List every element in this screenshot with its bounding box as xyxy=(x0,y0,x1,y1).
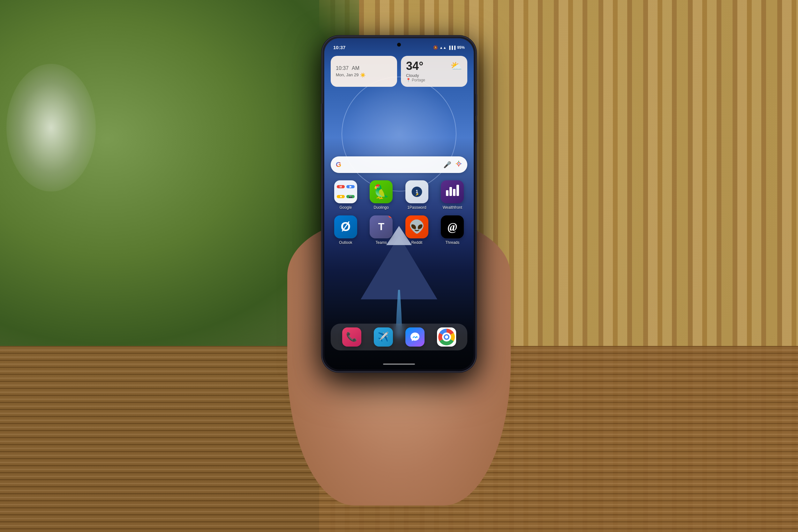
wealthfront-app-icon[interactable] xyxy=(441,180,464,203)
reddit-app-icon[interactable]: 👽 xyxy=(405,215,429,239)
duolingo-bird-icon: 🦜 xyxy=(373,185,390,198)
threads-at-icon: @ xyxy=(448,220,457,234)
google-lens-icon[interactable] xyxy=(455,160,462,169)
app-grid: M ▶ ★ 📷 Google xyxy=(331,180,467,245)
duolingo-app-label: Duolingo xyxy=(374,205,389,210)
outlook-app-label: Outlook xyxy=(339,240,352,245)
phone-screen: 10:37 🔕 ▲▲ ▐▐▐ 95% 10:37 AM Mon, xyxy=(324,38,474,369)
weather-location: 📍 Portage xyxy=(406,78,462,82)
app-item-threads[interactable]: @ Threads xyxy=(438,215,468,245)
search-right-icons: 🎤 xyxy=(443,160,462,169)
app-item-google[interactable]: M ▶ ★ 📷 Google xyxy=(331,180,361,210)
clock-widget-time: 10:37 AM xyxy=(336,60,392,72)
teams-t-icon: T xyxy=(378,221,384,233)
app-item-1password[interactable]: 1 🔑 1Password xyxy=(402,180,432,210)
clock-widget-date: Mon, Jan 29 ☀️ xyxy=(336,73,392,78)
teams-badge: 5 xyxy=(388,215,393,218)
app-item-reddit[interactable]: 👽 Reddit xyxy=(402,215,432,245)
status-icons: 🔕 ▲▲ ▐▐▐ 95% xyxy=(433,45,465,50)
weather-condition: Cloudy xyxy=(406,73,462,78)
messenger-icon xyxy=(409,331,421,343)
power-button[interactable] xyxy=(321,103,322,132)
phone-call-icon: 📞 xyxy=(346,331,357,342)
outlook-letter-icon: Ø xyxy=(341,220,350,234)
dock-messenger-app[interactable] xyxy=(405,327,424,347)
threads-app-icon[interactable]: @ xyxy=(441,215,464,239)
app-item-duolingo[interactable]: 🦜 Duolingo xyxy=(366,180,396,210)
dock-chrome-app[interactable] xyxy=(437,327,456,347)
battery-text: 95% xyxy=(457,45,465,50)
widgets-row: 10:37 AM Mon, Jan 29 ☀️ 34° ⛅ Cloudy xyxy=(331,56,467,87)
duolingo-app-icon[interactable]: 🦜 xyxy=(369,180,393,203)
wealthfront-bars xyxy=(444,186,461,198)
reddit-alien-icon: 👽 xyxy=(409,219,425,234)
1password-app-label: 1Password xyxy=(407,205,426,210)
mute-icon: 🔕 xyxy=(433,45,438,50)
wallpaper-circle xyxy=(342,77,456,191)
app-item-outlook[interactable]: Ø Outlook xyxy=(331,215,361,245)
svg-point-1 xyxy=(458,163,459,164)
location-pin-icon: 📍 xyxy=(406,78,411,82)
dock-phone-app[interactable]: 📞 xyxy=(342,327,361,347)
google-g-logo: G xyxy=(336,160,341,169)
home-indicator xyxy=(383,363,415,365)
1password-app-icon[interactable]: 1 🔑 xyxy=(405,180,429,203)
google-app-label: Google xyxy=(339,205,352,210)
dock-telegram-app[interactable]: ✈️ xyxy=(374,327,393,347)
reddit-app-label: Reddit xyxy=(411,240,422,245)
hand-phone-container: 10:37 🔕 ▲▲ ▐▐▐ 95% 10:37 AM Mon, xyxy=(255,27,543,506)
google-app-icon[interactable]: M ▶ ★ 📷 xyxy=(334,180,357,203)
teams-app-icon[interactable]: T 5 xyxy=(369,215,393,239)
furniture-background xyxy=(6,64,96,191)
volume-down-button[interactable] xyxy=(476,121,477,143)
clock-widget[interactable]: 10:37 AM Mon, Jan 29 ☀️ xyxy=(331,56,397,87)
temperature: 34° xyxy=(406,60,423,72)
threads-app-label: Threads xyxy=(445,240,459,245)
telegram-icon: ✈️ xyxy=(378,331,389,342)
status-time: 10:37 xyxy=(333,45,345,50)
camera-notch xyxy=(397,43,401,46)
app-item-teams[interactable]: T 5 Teams xyxy=(366,215,396,245)
volume-up-button[interactable] xyxy=(476,94,477,116)
clock-ampm: AM xyxy=(352,65,359,71)
wealthfront-app-label: Wealthfront xyxy=(443,205,462,210)
outlook-app-icon[interactable]: Ø xyxy=(334,215,357,239)
cloud-icon: ⛅ xyxy=(450,60,462,72)
signal-icon: ▐▐▐ xyxy=(448,46,456,50)
app-item-wealthfront[interactable]: Wealthfront xyxy=(438,180,468,210)
microphone-icon[interactable]: 🎤 xyxy=(443,161,451,169)
sun-icon: ☀️ xyxy=(360,73,365,78)
svg-text:🔑: 🔑 xyxy=(415,193,418,196)
teams-app-label: Teams xyxy=(376,240,387,245)
svg-point-13 xyxy=(445,336,448,339)
weather-top: 34° ⛅ xyxy=(406,60,462,72)
chrome-icon xyxy=(437,327,456,347)
app-dock: 📞 ✈️ xyxy=(331,324,467,350)
weather-widget[interactable]: 34° ⛅ Cloudy 📍 Portage xyxy=(401,56,467,87)
wifi-icon: ▲▲ xyxy=(439,46,446,50)
phone-device: 10:37 🔕 ▲▲ ▐▐▐ 95% 10:37 AM Mon, xyxy=(322,36,476,372)
google-search-bar[interactable]: G 🎤 xyxy=(331,156,467,173)
